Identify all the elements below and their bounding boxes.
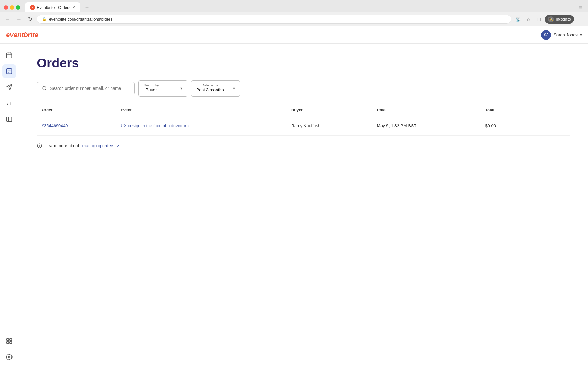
svg-rect-0 <box>6 53 12 58</box>
sidebar-item-calendar[interactable] <box>2 48 16 62</box>
sidebar-item-apps[interactable] <box>2 334 16 348</box>
cast-button[interactable]: 📡 <box>514 15 522 24</box>
top-nav-inner: eventbrite SJ Sarah Jonas ▾ <box>6 30 582 40</box>
minimize-window-button[interactable] <box>10 5 14 10</box>
tab-title: Eventbrite - Orders <box>37 5 70 10</box>
search-by-chevron: ▾ <box>180 86 182 90</box>
sidebar <box>0 44 18 368</box>
event-cell: UX design in the face of a downturn <box>116 116 286 135</box>
sidebar-bottom <box>2 334 16 368</box>
browser-action-buttons: 📡 ☆ ⬚ 🕵 Incognito ⋮ <box>514 15 584 24</box>
svg-rect-12 <box>9 339 11 340</box>
back-button[interactable]: ← <box>4 15 12 24</box>
reload-button[interactable]: ↻ <box>26 15 34 24</box>
managing-orders-link[interactable]: managing orders ↗ <box>82 143 119 148</box>
sidebar-item-settings[interactable] <box>2 350 16 364</box>
close-window-button[interactable] <box>4 5 8 10</box>
browser-titlebar: e Eventbrite - Orders ✕ + ≡ <box>0 0 588 12</box>
browser-navigation-bar: ← → ↻ 🔒 eventbrite.com/organizations/ord… <box>0 12 588 26</box>
tab-favicon: e <box>30 5 35 10</box>
col-date: Date <box>372 104 481 116</box>
sidebar-item-analytics[interactable] <box>2 96 16 110</box>
browser-menu-button[interactable]: ⋮ <box>576 15 584 24</box>
sidebar-item-help[interactable] <box>2 366 16 368</box>
tab-strip-expand-button[interactable]: ≡ <box>579 5 584 10</box>
browser-chrome: e Eventbrite - Orders ✕ + ≡ ← → ↻ 🔒 even… <box>0 0 588 26</box>
search-by-label: Search by <box>144 84 159 87</box>
table-body: #3544699449 UX design in the face of a d… <box>37 116 570 135</box>
incognito-icon: 🕵 <box>548 16 554 22</box>
main-content: Orders Search by Buyer ▾ Date range Past… <box>18 44 588 368</box>
info-icon <box>37 143 42 148</box>
app-layout: Orders Search by Buyer ▾ Date range Past… <box>0 44 588 368</box>
url-text: eventbrite.com/organizations/orders <box>49 17 506 21</box>
info-text: Learn more about <box>45 143 79 148</box>
sidebar-item-marketing[interactable] <box>2 80 16 94</box>
date-range-value: Past 3 months <box>196 87 224 93</box>
incognito-label: Incognito <box>556 17 571 21</box>
col-buyer: Buyer <box>286 104 372 116</box>
date-range-label: Date range <box>196 84 224 87</box>
col-event: Event <box>116 104 286 116</box>
new-tab-button[interactable]: + <box>83 3 91 12</box>
user-menu-chevron: ▾ <box>580 33 582 37</box>
incognito-badge[interactable]: 🕵 Incognito <box>545 15 574 24</box>
order-number-cell: #3544699449 <box>37 116 116 135</box>
page-title: Orders <box>37 56 570 71</box>
table-header: Order Event Buyer Date Total <box>37 104 570 116</box>
eventbrite-logo[interactable]: eventbrite <box>6 31 38 39</box>
search-icon <box>42 86 47 91</box>
svg-line-19 <box>45 89 46 90</box>
buyer-cell: Ramy Khuffash <box>286 116 372 135</box>
forward-button[interactable]: → <box>15 15 23 24</box>
svg-point-18 <box>43 86 46 90</box>
col-total: Total <box>480 104 525 116</box>
svg-rect-11 <box>6 339 8 340</box>
top-nav: eventbrite SJ Sarah Jonas ▾ <box>0 26 588 44</box>
bookmark-button[interactable]: ☆ <box>524 15 533 24</box>
order-number-link[interactable]: #3544699449 <box>42 123 68 128</box>
profile-circle-button[interactable]: ⬚ <box>534 15 543 24</box>
browser-window-controls <box>4 5 20 10</box>
security-icon: 🔒 <box>42 17 47 21</box>
maximize-window-button[interactable] <box>16 5 20 10</box>
close-tab-button[interactable]: ✕ <box>72 5 75 10</box>
actions-cell: ⋮ <box>525 116 570 135</box>
orders-toolbar: Search by Buyer ▾ Date range Past 3 mont… <box>37 80 570 97</box>
active-browser-tab[interactable]: e Eventbrite - Orders ✕ <box>25 2 80 12</box>
user-avatar: SJ <box>541 30 551 40</box>
svg-point-15 <box>8 356 10 358</box>
row-more-button[interactable]: ⋮ <box>530 121 541 130</box>
date-range-dropdown[interactable]: Date range Past 3 months ▾ <box>191 80 240 97</box>
address-bar[interactable]: 🔒 eventbrite.com/organizations/orders <box>37 15 511 24</box>
date-cell: May 9, 1:32 PM BST <box>372 116 481 135</box>
sidebar-item-finance[interactable] <box>2 112 16 126</box>
col-actions <box>525 104 570 116</box>
date-range-chevron: ▾ <box>233 86 235 90</box>
search-by-value: Buyer <box>144 87 159 93</box>
total-cell: $0.00 <box>480 116 525 135</box>
col-order: Order <box>37 104 116 116</box>
table-row: #3544699449 UX design in the face of a d… <box>37 116 570 135</box>
event-name-link[interactable]: UX design in the face of a downturn <box>121 123 189 128</box>
search-box[interactable] <box>37 82 135 94</box>
user-name: Sarah Jonas <box>553 33 578 37</box>
search-by-dropdown[interactable]: Search by Buyer ▾ <box>138 80 187 97</box>
external-link-icon: ↗ <box>116 144 119 148</box>
svg-rect-14 <box>9 342 11 343</box>
orders-table: Order Event Buyer Date Total #3544699449… <box>37 104 570 136</box>
user-profile-menu[interactable]: SJ Sarah Jonas ▾ <box>541 30 582 40</box>
info-banner: Learn more about managing orders ↗ <box>37 143 570 148</box>
sidebar-item-orders[interactable] <box>2 64 16 78</box>
search-input[interactable] <box>50 86 130 91</box>
svg-rect-13 <box>6 342 8 343</box>
